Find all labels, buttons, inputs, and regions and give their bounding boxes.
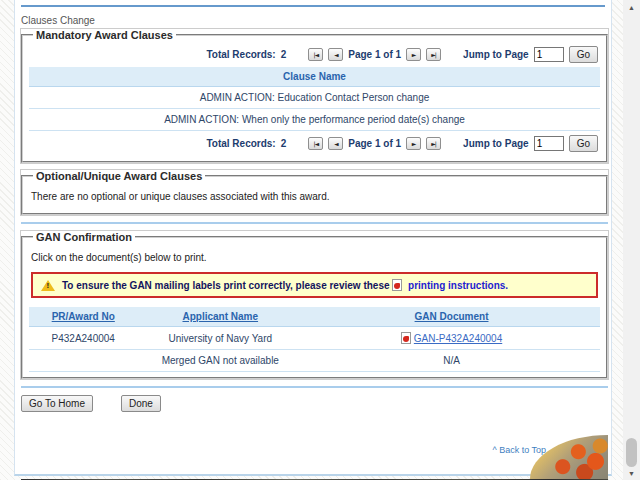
optional-clauses-section: Optional/Unique Award Clauses There are …	[21, 170, 608, 215]
next-page-button[interactable]: ►	[406, 48, 421, 61]
clause-name-cell: ADMIN ACTION: Education Contact Person c…	[29, 87, 600, 109]
page-title: Clauses Change	[21, 15, 611, 26]
last-page-button[interactable]: ►|	[426, 48, 441, 61]
clause-name-header: Clause Name	[29, 67, 600, 87]
optional-clauses-legend: Optional/Unique Award Clauses	[33, 170, 205, 182]
table-row: Merged GAN not available N/A	[29, 350, 600, 372]
gan-document-header[interactable]: GAN Document	[303, 307, 600, 327]
printing-warning-banner: ! To ensure the GAN mailing labels print…	[31, 272, 598, 298]
pr-award-no-cell	[29, 350, 137, 372]
action-buttons: Go To Home Done	[21, 395, 605, 412]
prev-page-button[interactable]: ◄	[328, 48, 343, 61]
gan-confirmation-legend: GAN Confirmation	[33, 231, 135, 243]
page-content: Clauses Change Mandatory Award Clauses T…	[14, 0, 612, 476]
pr-award-no-header[interactable]: PR/Award No	[29, 307, 137, 327]
scrollbar-thumb[interactable]	[626, 438, 637, 467]
page-indicator: Page 1 of 1	[348, 49, 401, 60]
top-divider	[21, 5, 605, 7]
last-page-button[interactable]: ►|	[426, 137, 441, 150]
prev-page-button[interactable]: ◄	[328, 137, 343, 150]
go-button[interactable]: Go	[569, 135, 598, 152]
section-divider	[21, 222, 608, 224]
jump-to-page-input[interactable]	[534, 136, 564, 151]
mandatory-clauses-legend: Mandatory Award Clauses	[33, 29, 176, 41]
pdf-icon[interactable]	[401, 332, 411, 344]
go-to-home-button[interactable]: Go To Home	[21, 395, 93, 412]
table-row: P432A240004 University of Navy Yard GAN-…	[29, 327, 600, 350]
vertical-scrollbar[interactable]: ▲ ▼	[623, 0, 640, 480]
gan-document-cell: N/A	[303, 350, 600, 372]
done-button[interactable]: Done	[121, 395, 161, 412]
scroll-up-icon[interactable]: ▲	[623, 1, 640, 13]
pr-award-no-cell: P432A240004	[29, 327, 137, 350]
jump-to-page-label: Jump to Page	[463, 138, 529, 149]
scroll-down-icon[interactable]: ▼	[623, 467, 640, 479]
back-to-top-link[interactable]: ^ Back to Top	[492, 445, 546, 455]
total-records-value: 2	[281, 138, 287, 149]
warning-text: To ensure the GAN mailing labels print c…	[62, 279, 508, 291]
applicant-name-header[interactable]: Applicant Name	[137, 307, 303, 327]
applicant-name-cell: Merged GAN not available	[137, 350, 303, 372]
gan-document-link[interactable]: GAN-P432A240004	[414, 333, 502, 344]
table-row: ADMIN ACTION: When only the performance …	[29, 109, 600, 131]
gan-documents-table: PR/Award No Applicant Name GAN Document …	[29, 307, 600, 372]
gan-confirmation-section: GAN Confirmation Click on the document(s…	[21, 231, 608, 379]
next-page-button[interactable]: ►	[406, 137, 421, 150]
mandatory-clauses-section: Mandatory Award Clauses Total Records: 2…	[21, 29, 608, 163]
gan-instruction: Click on the document(s) below to print.	[29, 244, 600, 269]
table-row: ADMIN ACTION: Education Contact Person c…	[29, 87, 600, 109]
jump-to-page-input[interactable]	[534, 47, 564, 62]
total-records-label: Total Records:	[206, 49, 275, 60]
go-button[interactable]: Go	[569, 46, 598, 63]
pdf-icon[interactable]	[392, 279, 402, 291]
clause-name-cell: ADMIN ACTION: When only the performance …	[29, 109, 600, 131]
total-records-label: Total Records:	[206, 138, 275, 149]
section-divider	[21, 386, 608, 388]
pre-footer: ^ Back to Top	[21, 419, 608, 479]
total-records-value: 2	[281, 49, 287, 60]
classroom-photo	[530, 435, 608, 479]
pagination-bottom: Total Records: 2 |◄ ◄ Page 1 of 1 ► ►| J…	[29, 131, 600, 156]
pagination-top: Total Records: 2 |◄ ◄ Page 1 of 1 ► ►| J…	[29, 42, 600, 67]
printing-instructions-link[interactable]: printing instructions.	[408, 280, 508, 291]
jump-to-page-label: Jump to Page	[463, 49, 529, 60]
optional-clauses-message: There are no optional or unique clauses …	[29, 183, 600, 208]
first-page-button[interactable]: |◄	[308, 137, 323, 150]
warning-icon: !	[41, 279, 55, 291]
gan-document-cell: GAN-P432A240004	[303, 327, 600, 350]
first-page-button[interactable]: |◄	[308, 48, 323, 61]
applicant-name-cell: University of Navy Yard	[137, 327, 303, 350]
mandatory-clauses-table: Clause Name ADMIN ACTION: Education Cont…	[29, 67, 600, 131]
page-indicator: Page 1 of 1	[348, 138, 401, 149]
